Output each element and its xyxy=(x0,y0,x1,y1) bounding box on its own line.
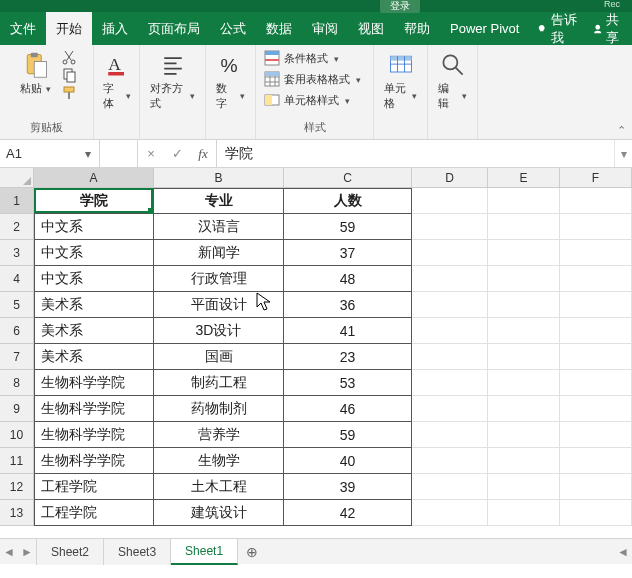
column-header-F[interactable]: F xyxy=(560,168,632,188)
cell-F2[interactable] xyxy=(560,214,632,240)
cell-F1[interactable] xyxy=(560,188,632,214)
cell-D5[interactable] xyxy=(412,292,488,318)
cell-A1[interactable]: 学院 xyxy=(34,188,154,214)
cell-F7[interactable] xyxy=(560,344,632,370)
row-header-13[interactable]: 13 xyxy=(0,500,34,526)
cell-F10[interactable] xyxy=(560,422,632,448)
cell-D7[interactable] xyxy=(412,344,488,370)
row-header-7[interactable]: 7 xyxy=(0,344,34,370)
tab-review[interactable]: 审阅 xyxy=(302,12,348,45)
column-header-E[interactable]: E xyxy=(488,168,560,188)
cell-F11[interactable] xyxy=(560,448,632,474)
cell-C4[interactable]: 48 xyxy=(284,266,412,292)
cell-A12[interactable]: 工程学院 xyxy=(34,474,154,500)
cell-C7[interactable]: 23 xyxy=(284,344,412,370)
cell-E5[interactable] xyxy=(488,292,560,318)
cell-B10[interactable]: 营养学 xyxy=(154,422,284,448)
cell-C5[interactable]: 36 xyxy=(284,292,412,318)
cancel-formula-button[interactable]: × xyxy=(138,146,164,161)
sheet-tab-sheet2[interactable]: Sheet2 xyxy=(36,539,104,565)
cell-B9[interactable]: 药物制剂 xyxy=(154,396,284,422)
cell-C6[interactable]: 41 xyxy=(284,318,412,344)
cell-B5[interactable]: 平面设计 xyxy=(154,292,284,318)
cell-B13[interactable]: 建筑设计 xyxy=(154,500,284,526)
column-headers[interactable]: ABCDEF xyxy=(34,168,632,188)
tab-page-layout[interactable]: 页面布局 xyxy=(138,12,210,45)
cell-B11[interactable]: 生物学 xyxy=(154,448,284,474)
row-header-5[interactable]: 5 xyxy=(0,292,34,318)
cell-F12[interactable] xyxy=(560,474,632,500)
cell-A7[interactable]: 美术系 xyxy=(34,344,154,370)
cell-D1[interactable] xyxy=(412,188,488,214)
cells-button[interactable]: 单元格 xyxy=(380,49,421,113)
formula-input[interactable] xyxy=(217,146,614,162)
cell-C3[interactable]: 37 xyxy=(284,240,412,266)
alignment-button[interactable]: 对齐方式 xyxy=(146,49,199,113)
cell-A9[interactable]: 生物科学学院 xyxy=(34,396,154,422)
cell-E7[interactable] xyxy=(488,344,560,370)
cell-E1[interactable] xyxy=(488,188,560,214)
cell-B7[interactable]: 国画 xyxy=(154,344,284,370)
cell-E11[interactable] xyxy=(488,448,560,474)
cut-button[interactable] xyxy=(61,49,77,65)
row-header-8[interactable]: 8 xyxy=(0,370,34,396)
cell-E9[interactable] xyxy=(488,396,560,422)
tab-help[interactable]: 帮助 xyxy=(394,12,440,45)
signin-tag[interactable]: 登录 xyxy=(380,0,420,13)
cell-C2[interactable]: 59 xyxy=(284,214,412,240)
cell-C8[interactable]: 53 xyxy=(284,370,412,396)
cell-F5[interactable] xyxy=(560,292,632,318)
sheet-tab-sheet3[interactable]: Sheet3 xyxy=(104,539,171,565)
cell-C11[interactable]: 40 xyxy=(284,448,412,474)
row-header-2[interactable]: 2 xyxy=(0,214,34,240)
row-header-11[interactable]: 11 xyxy=(0,448,34,474)
cell-B6[interactable]: 3D设计 xyxy=(154,318,284,344)
cell-A13[interactable]: 工程学院 xyxy=(34,500,154,526)
enter-formula-button[interactable]: ✓ xyxy=(164,146,190,161)
cell-C10[interactable]: 59 xyxy=(284,422,412,448)
cell-D6[interactable] xyxy=(412,318,488,344)
font-button[interactable]: A 字体 xyxy=(99,49,135,113)
name-box[interactable]: ▾ xyxy=(0,140,100,167)
column-header-B[interactable]: B xyxy=(154,168,284,188)
cell-E2[interactable] xyxy=(488,214,560,240)
cell-F9[interactable] xyxy=(560,396,632,422)
cell-C1[interactable]: 人数 xyxy=(284,188,412,214)
cell-E3[interactable] xyxy=(488,240,560,266)
tab-scroll-left[interactable]: ◄ xyxy=(614,545,632,559)
cell-A2[interactable]: 中文系 xyxy=(34,214,154,240)
column-header-C[interactable]: C xyxy=(284,168,412,188)
cell-F3[interactable] xyxy=(560,240,632,266)
conditional-formatting-button[interactable]: 条件格式 xyxy=(262,49,341,67)
cell-F8[interactable] xyxy=(560,370,632,396)
tab-file[interactable]: 文件 xyxy=(0,12,46,45)
new-sheet-button[interactable]: ⊕ xyxy=(238,544,266,560)
tab-data[interactable]: 数据 xyxy=(256,12,302,45)
row-header-10[interactable]: 10 xyxy=(0,422,34,448)
format-as-table-button[interactable]: 套用表格格式 xyxy=(262,70,363,88)
cell-D4[interactable] xyxy=(412,266,488,292)
name-box-dropdown[interactable]: ▾ xyxy=(78,147,98,161)
tab-view[interactable]: 视图 xyxy=(348,12,394,45)
number-button[interactable]: % 数字 xyxy=(212,49,249,113)
sheet-tab-sheet1[interactable]: Sheet1 xyxy=(171,539,238,565)
cell-C9[interactable]: 46 xyxy=(284,396,412,422)
cell-E13[interactable] xyxy=(488,500,560,526)
cell-A8[interactable]: 生物科学学院 xyxy=(34,370,154,396)
row-header-12[interactable]: 12 xyxy=(0,474,34,500)
format-painter-button[interactable] xyxy=(61,85,77,101)
cell-E10[interactable] xyxy=(488,422,560,448)
cell-D11[interactable] xyxy=(412,448,488,474)
cell-D2[interactable] xyxy=(412,214,488,240)
cell-A3[interactable]: 中文系 xyxy=(34,240,154,266)
sheet-nav-prev[interactable]: ◄ xyxy=(0,545,18,559)
row-header-6[interactable]: 6 xyxy=(0,318,34,344)
expand-formula-bar-button[interactable]: ▾ xyxy=(614,140,632,167)
column-header-D[interactable]: D xyxy=(412,168,488,188)
cell-F4[interactable] xyxy=(560,266,632,292)
cell-C12[interactable]: 39 xyxy=(284,474,412,500)
sheet-nav-next[interactable]: ► xyxy=(18,545,36,559)
cell-D10[interactable] xyxy=(412,422,488,448)
name-box-input[interactable] xyxy=(0,146,78,161)
row-header-1[interactable]: 1 xyxy=(0,188,34,214)
